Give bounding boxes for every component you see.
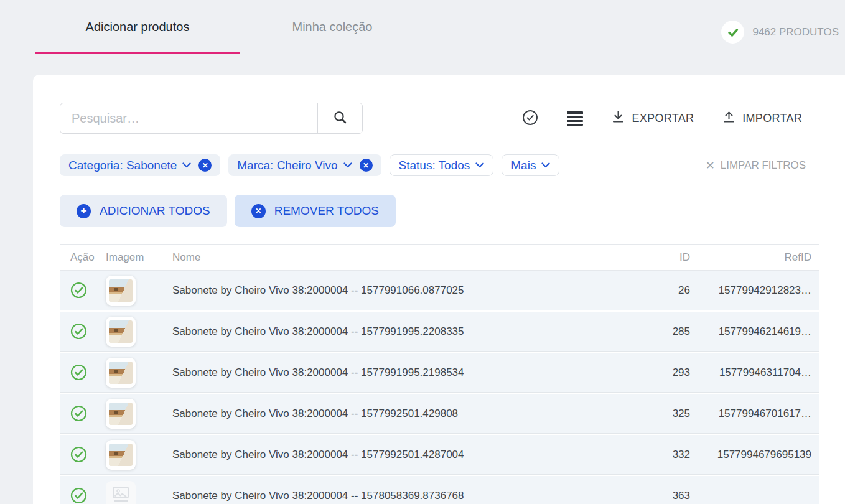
row-check-icon[interactable]	[70, 323, 87, 340]
product-refid: 1577994679695139	[695, 449, 819, 461]
product-refid: 15779946311704…	[695, 366, 819, 379]
products-count-label: 9462 PRODUTOS	[752, 26, 839, 39]
tab-my-collection-label: Minha coleção	[292, 20, 373, 34]
remove-category-filter-icon[interactable]: ✕	[198, 159, 212, 172]
chevron-down-icon	[541, 162, 550, 168]
product-thumbnail-placeholder	[106, 481, 136, 504]
toolbar-actions: EXPORTAR IMPORTAR	[522, 110, 802, 128]
table-row: Sabonete by Cheiro Vivo 38:2000004 -- 15…	[60, 435, 819, 474]
product-refid: 15779946214619…	[695, 325, 819, 338]
table-row: Sabonete by Cheiro Vivo 38:2000004 -- 15…	[60, 271, 819, 310]
search-input[interactable]	[60, 103, 317, 133]
search-icon	[333, 110, 348, 127]
check-circle-icon	[721, 21, 744, 44]
product-id: 325	[614, 408, 695, 420]
table-row: Sabonete by Cheiro Vivo 38:2000004 -- 15…	[60, 394, 819, 433]
tab-add-products[interactable]: Adicionar produtos	[35, 0, 240, 54]
product-thumbnail	[106, 317, 136, 347]
column-action: Ação	[60, 251, 106, 264]
column-image: Imagem	[106, 251, 162, 264]
search-button[interactable]	[317, 103, 362, 133]
export-label: EXPORTAR	[632, 112, 694, 125]
column-name: Nome	[162, 251, 614, 264]
remove-all-button[interactable]: ✕ REMOVER TODOS	[235, 195, 396, 227]
chevron-down-icon	[475, 162, 484, 168]
filter-chip-more-label: Mais	[511, 159, 536, 172]
product-id: 293	[614, 366, 695, 379]
product-id: 332	[614, 449, 695, 461]
chevron-down-icon	[343, 162, 352, 168]
toolbar: EXPORTAR IMPORTAR	[60, 103, 819, 134]
product-id: 363	[614, 490, 695, 502]
tab-my-collection[interactable]: Minha coleção	[261, 0, 403, 54]
select-check-button[interactable]	[522, 110, 538, 128]
upload-icon	[722, 110, 735, 126]
bulk-actions: + ADICIONAR TODOS ✕ REMOVER TODOS	[60, 195, 845, 227]
column-id: ID	[614, 251, 695, 264]
filter-chip-category[interactable]: Categoria: Sabonete ✕	[60, 154, 220, 176]
close-icon: ✕	[706, 159, 715, 172]
row-check-icon[interactable]	[70, 364, 87, 381]
product-thumbnail	[106, 358, 136, 388]
list-view-button[interactable]	[567, 111, 583, 126]
x-circle-icon: ✕	[251, 204, 266, 218]
product-id: 285	[614, 325, 695, 338]
filter-chip-more[interactable]: Mais	[502, 154, 559, 176]
download-icon	[612, 110, 625, 126]
image-placeholder-icon	[112, 486, 129, 504]
row-check-icon[interactable]	[70, 487, 87, 504]
filter-chip-brand-label: Marca: Cheiro Vivo	[237, 159, 337, 172]
check-circle-outline-icon	[522, 110, 538, 128]
product-id: 26	[614, 284, 695, 297]
product-name: Sabonete by Cheiro Vivo 38:2000004 -- 15…	[162, 449, 614, 461]
product-name: Sabonete by Cheiro Vivo 38:2000004 -- 15…	[162, 490, 614, 502]
import-button[interactable]: IMPORTAR	[722, 110, 802, 126]
filters-bar: Categoria: Sabonete ✕ Marca: Cheiro Vivo…	[60, 154, 819, 176]
remove-brand-filter-icon[interactable]: ✕	[360, 159, 373, 172]
row-check-icon[interactable]	[70, 446, 87, 463]
product-refid: 15779942912823…	[695, 284, 819, 297]
product-thumbnail	[106, 399, 136, 429]
product-name: Sabonete by Cheiro Vivo 38:2000004 -- 15…	[162, 325, 614, 338]
table-row: Sabonete by Cheiro Vivo 38:2000004 -- 15…	[60, 312, 819, 351]
product-name: Sabonete by Cheiro Vivo 38:2000004 -- 15…	[162, 408, 614, 420]
products-count-badge: 9462 PRODUTOS	[721, 21, 839, 44]
top-tab-bar: Adicionar produtos Minha coleção 9462 PR…	[0, 0, 845, 54]
product-thumbnail	[106, 276, 136, 306]
clear-filters-label: LIMPAR FILTROS	[721, 159, 806, 172]
content-card: EXPORTAR IMPORTAR Categoria: Sabonete ✕ …	[33, 75, 845, 504]
product-thumbnail	[106, 440, 136, 470]
search-box	[60, 103, 363, 134]
table-row: Sabonete by Cheiro Vivo 38:2000004 -- 15…	[60, 353, 819, 392]
product-name: Sabonete by Cheiro Vivo 38:2000004 -- 15…	[162, 366, 614, 379]
products-table: Ação Imagem Nome ID RefID Sabonete by Ch…	[60, 244, 819, 504]
chevron-down-icon	[182, 162, 191, 168]
product-name: Sabonete by Cheiro Vivo 38:2000004 -- 15…	[162, 284, 614, 297]
column-refid: RefID	[695, 251, 819, 264]
filter-chip-status-label: Status: Todos	[399, 159, 470, 172]
clear-filters-button[interactable]: ✕ LIMPAR FILTROS	[706, 159, 806, 172]
export-button[interactable]: EXPORTAR	[612, 110, 694, 126]
row-check-icon[interactable]	[70, 405, 87, 422]
rows-icon	[567, 111, 583, 126]
table-header: Ação Imagem Nome ID RefID	[60, 244, 819, 271]
filter-chip-brand[interactable]: Marca: Cheiro Vivo ✕	[228, 154, 381, 176]
remove-all-label: REMOVER TODOS	[274, 204, 379, 218]
table-row: Sabonete by Cheiro Vivo 38:2000004 -- 15…	[60, 476, 819, 504]
add-all-button[interactable]: + ADICIONAR TODOS	[60, 195, 227, 227]
import-label: IMPORTAR	[742, 112, 802, 125]
tab-add-products-label: Adicionar produtos	[86, 20, 190, 34]
filter-chip-category-label: Categoria: Sabonete	[68, 159, 177, 172]
product-refid: 15779946701617…	[695, 408, 819, 420]
filter-chip-status[interactable]: Status: Todos	[390, 154, 494, 176]
plus-circle-icon: +	[77, 204, 91, 218]
row-check-icon[interactable]	[70, 282, 87, 299]
add-all-label: ADICIONAR TODOS	[100, 204, 210, 218]
